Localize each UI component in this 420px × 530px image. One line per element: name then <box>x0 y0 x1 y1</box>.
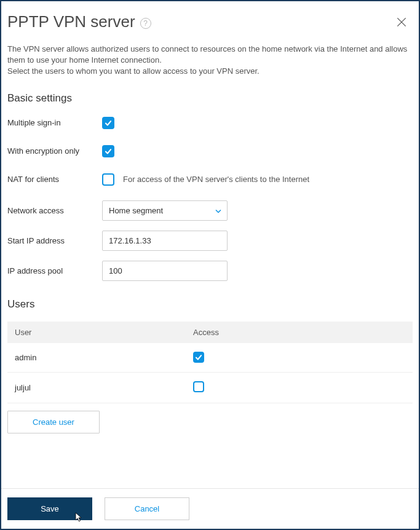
description: The VPN server allows authorized users t… <box>7 44 413 77</box>
start-ip-label: Start IP address <box>7 236 102 245</box>
multiple-signin-checkbox[interactable] <box>102 117 114 129</box>
users-table-header: User Access <box>7 322 413 343</box>
user-cell: juljul <box>15 383 193 392</box>
basic-settings-title: Basic settings <box>7 92 413 105</box>
encryption-only-label: With encryption only <box>7 146 102 156</box>
user-access-checkbox[interactable] <box>193 352 204 363</box>
nat-for-clients-hint: For access of the VPN server's clients t… <box>123 175 309 184</box>
close-button[interactable] <box>394 15 409 30</box>
users-title: Users <box>7 298 413 310</box>
help-icon[interactable]: ? <box>140 18 151 29</box>
check-icon <box>194 353 203 362</box>
network-access-select[interactable]: Home segment <box>102 200 228 221</box>
description-line-2: Select the users to whom you want to all… <box>7 66 260 76</box>
table-row: admin <box>7 343 413 373</box>
save-button[interactable]: Save <box>7 497 92 520</box>
nat-for-clients-checkbox[interactable] <box>102 173 114 186</box>
user-column-header: User <box>15 328 193 337</box>
create-user-button[interactable]: Create user <box>7 411 100 433</box>
check-icon <box>104 147 113 156</box>
table-row: juljul <box>7 373 413 403</box>
cancel-button[interactable]: Cancel <box>105 497 189 520</box>
nat-for-clients-label: NAT for clients <box>7 175 102 184</box>
ip-pool-input[interactable] <box>102 261 228 281</box>
description-line-1: The VPN server allows authorized users t… <box>7 44 407 65</box>
save-label: Save <box>41 504 59 513</box>
access-column-header: Access <box>193 328 405 337</box>
cursor-icon <box>75 512 84 524</box>
user-access-checkbox[interactable] <box>193 381 204 392</box>
close-icon <box>395 16 408 28</box>
user-cell: admin <box>15 353 193 362</box>
multiple-signin-label: Multiple sign-in <box>7 118 102 127</box>
start-ip-input[interactable] <box>102 231 228 251</box>
check-icon <box>104 119 113 127</box>
ip-pool-label: IP address pool <box>7 266 102 275</box>
page-title: PPTP VPN server <box>7 12 135 31</box>
encryption-only-checkbox[interactable] <box>102 145 114 157</box>
network-access-label: Network access <box>7 206 102 215</box>
